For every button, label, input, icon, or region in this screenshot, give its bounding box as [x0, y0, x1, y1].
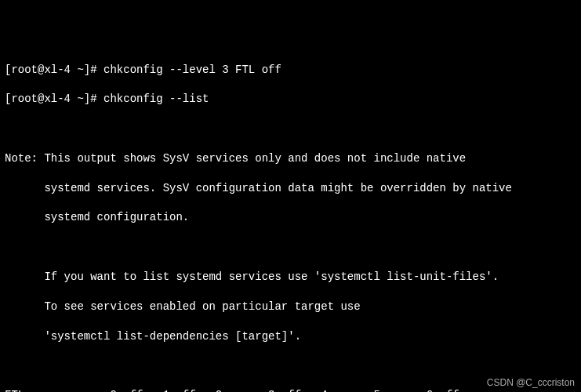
note-line: systemd services. SysV configuration dat… — [5, 181, 576, 196]
note-line: 'systemctl list-dependencies [target]'. — [5, 329, 576, 344]
command-text: chkconfig --list — [103, 93, 209, 105]
prompt-line-1: [root@xl-4 ~]# chkconfig --level 3 FTL o… — [5, 63, 576, 78]
shell-prompt: [root@xl-4 ~]# — [5, 93, 103, 105]
shell-prompt: [root@xl-4 ~]# — [5, 64, 103, 76]
blank-line — [5, 240, 576, 255]
note-line: If you want to list systemd services use… — [5, 270, 576, 285]
watermark-text: CSDN @C_cccriston — [487, 376, 575, 389]
command-text: chkconfig --level 3 FTL off — [103, 64, 281, 76]
note-line: Note: This output shows SysV services on… — [5, 151, 576, 166]
prompt-line-2: [root@xl-4 ~]# chkconfig --list — [5, 92, 576, 107]
blank-line — [5, 122, 576, 136]
blank-line — [5, 358, 576, 373]
note-line: To see services enabled on particular ta… — [5, 299, 576, 314]
note-line: systemd configuration. — [5, 210, 576, 225]
